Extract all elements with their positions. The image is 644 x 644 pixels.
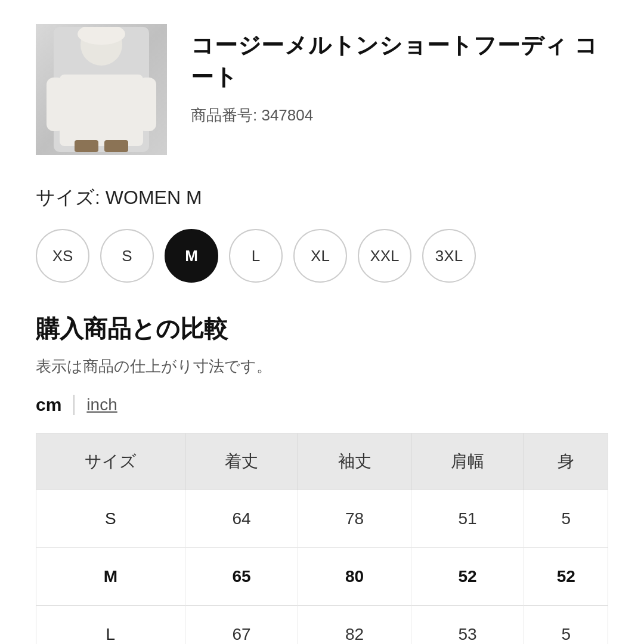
unit-cm-button[interactable]: cm (36, 395, 73, 415)
cell-size: S (36, 490, 185, 548)
cell-body: 5 (524, 606, 608, 645)
cell-sleeve: 82 (298, 606, 411, 645)
size-option-m[interactable]: M (165, 229, 218, 283)
product-header: コージーメルトンショートフーディ コート 商品番号: 347804 (36, 24, 608, 155)
size-table: サイズ 着丈 袖丈 肩幅 身 S 64 78 51 5 (36, 434, 608, 644)
col-header-sleeve: 袖丈 (298, 434, 411, 490)
cell-size: M (36, 548, 185, 606)
svg-rect-4 (47, 78, 64, 131)
cell-body: 5 (524, 490, 608, 548)
cell-body: 52 (524, 548, 608, 606)
size-option-l[interactable]: L (229, 229, 283, 283)
product-illustration (42, 27, 161, 152)
cell-shoulder: 51 (411, 490, 524, 548)
table-row: S 64 78 51 5 (36, 490, 608, 548)
page-container: コージーメルトンショートフーディ コート 商品番号: 347804 サイズ: W… (0, 0, 644, 644)
size-section: サイズ: WOMEN M XS S M L XL XXL 3XL (36, 185, 608, 283)
col-header-length: 着丈 (185, 434, 298, 490)
unit-inch-button[interactable]: inch (86, 395, 117, 414)
svg-rect-3 (60, 75, 143, 146)
product-image-placeholder (36, 24, 167, 155)
cell-length: 67 (185, 606, 298, 645)
cell-sleeve: 80 (298, 548, 411, 606)
product-info: コージーメルトンショートフーディ コート 商品番号: 347804 (191, 24, 608, 126)
size-option-s[interactable]: S (100, 229, 154, 283)
col-header-body: 身 (524, 434, 608, 490)
size-option-xl[interactable]: XL (293, 229, 347, 283)
product-number: 商品番号: 347804 (191, 105, 608, 126)
svg-rect-7 (104, 140, 128, 152)
size-label: サイズ: WOMEN M (36, 185, 608, 211)
cell-length: 64 (185, 490, 298, 548)
cell-shoulder: 53 (411, 606, 524, 645)
size-option-3xl[interactable]: 3XL (422, 229, 476, 283)
table-header-row: サイズ 着丈 袖丈 肩幅 身 (36, 434, 608, 490)
product-title: コージーメルトンショートフーディ コート (191, 30, 608, 93)
size-option-xxl[interactable]: XXL (358, 229, 411, 283)
svg-rect-6 (75, 140, 98, 152)
cell-shoulder: 52 (411, 548, 524, 606)
product-image (36, 24, 167, 155)
cell-sleeve: 78 (298, 490, 411, 548)
table-row-highlighted: M 65 80 52 52 (36, 548, 608, 606)
size-option-xs[interactable]: XS (36, 229, 89, 283)
col-header-size: サイズ (36, 434, 185, 490)
cell-size: L (36, 606, 185, 645)
comparison-section: 購入商品との比較 表示は商品の仕上がり寸法です。 cm inch サイズ 着丈 … (36, 312, 608, 644)
comparison-title: 購入商品との比較 (36, 312, 608, 345)
table-row: L 67 82 53 5 (36, 606, 608, 645)
size-options: XS S M L XL XXL 3XL (36, 229, 608, 283)
comparison-subtitle: 表示は商品の仕上がり寸法です。 (36, 356, 608, 377)
unit-toggle: cm inch (36, 395, 608, 415)
svg-rect-5 (138, 78, 156, 131)
unit-divider (73, 395, 75, 415)
col-header-shoulder: 肩幅 (411, 434, 524, 490)
size-table-wrapper: サイズ 着丈 袖丈 肩幅 身 S 64 78 51 5 (36, 433, 608, 644)
cell-length: 65 (185, 548, 298, 606)
